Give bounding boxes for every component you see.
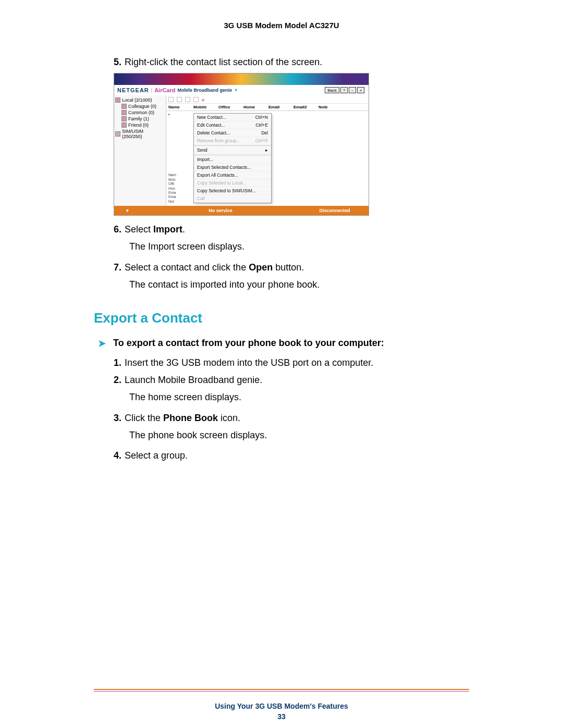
folder-icon [121,110,127,115]
step-text: Select Import. [125,223,469,236]
step-b3: 3. Click the Phone Book icon. [94,412,469,425]
new-icon[interactable] [168,97,174,102]
step-text: Select a group. [125,449,469,462]
step-number: 7. [94,261,121,274]
step-number: 5. [94,56,121,69]
tree-item[interactable]: Colleague (0) [121,103,165,109]
mail-icon[interactable] [193,97,199,102]
step-b1: 1. Insert the 3G USB modem into the USB … [94,356,469,369]
ctx-export-selected[interactable]: Export Selected Contacts... [194,164,271,171]
ctx-send[interactable]: Send▸ [194,146,271,154]
ctx-copy-local: Copy Selected to Local... [194,179,271,187]
step-text: Insert the 3G USB modem into the USB por… [125,356,469,369]
section-heading: Export a Contact [94,310,469,326]
ctx-call: Call [194,195,271,203]
ctx-edit-contact[interactable]: Edit Contact...Ctrl+E [194,121,271,129]
step-text: Launch Mobile Broadband genie. [125,374,469,387]
step-b2-result: The home screen displays. [129,391,469,404]
toolbar: ⌕ [166,95,369,104]
step-7: 7. Select a contact and click the Open b… [94,261,469,274]
tree-item[interactable]: Family (1) [121,116,165,122]
sim-icon [115,131,120,137]
signal-icon: ▾ [114,208,140,213]
tree-item[interactable]: Friend (0) [121,122,165,128]
step-number: 1. [94,356,121,369]
window-titlebar [114,73,369,85]
step-5: 5. Right-click the contact list section … [94,56,469,69]
detail-panel: Nam Mob Offi Hon Ema Ema Not [168,173,176,204]
status-bar: ▾ No service Disconnected [114,206,369,215]
step-number: 2. [94,374,121,387]
ctx-export-all[interactable]: Export All Contacts... [194,171,271,179]
group-tree[interactable]: Local (2/1000) Colleague (0) Common (0) … [114,95,166,206]
doc-icon[interactable] [185,97,190,102]
manual-page: 3G USB Modem Model AC327U 5. Right-click… [0,0,563,728]
step-text: Right-click the contact list section of … [125,56,469,69]
status-connection: Disconnected [301,208,369,213]
folder-icon [121,104,127,109]
ctx-delete-contact[interactable]: Delete Contact...Del [194,129,271,137]
close-button[interactable]: × [357,87,364,93]
step-6: 6. Select Import. [94,223,469,236]
minimize-button[interactable]: – [349,87,356,93]
status-service: No service [140,208,301,213]
edit-icon[interactable] [177,97,182,102]
step-b2: 2. Launch Mobile Broadband genie. [94,374,469,387]
step-number: 6. [94,223,121,236]
footer-rule [94,689,469,692]
brand-tagline: Mobile Broadband genie [177,88,232,93]
step-text: Select a contact and click the Open butt… [125,261,469,274]
step-7-result: The contact is imported into your phone … [129,278,469,291]
footer-chapter: Using Your 3G USB Modem's Features [0,702,563,710]
step-6-result: The Import screen displays. [129,240,469,253]
folder-icon [115,97,120,103]
step-b3-result: The phone book screen displays. [129,429,469,442]
help-button[interactable]: ? [340,87,348,93]
step-number: 4. [94,449,121,462]
task-intro: ➤ To export a contact from your phone bo… [94,338,469,349]
step-b4: 4. Select a group. [94,449,469,462]
ctx-remove-group: Remove from group...Ctrl+R [194,137,271,145]
ctx-import[interactable]: Import... [194,156,271,164]
back-button[interactable]: Back [325,87,339,93]
task-text: To export a contact from your phone book… [113,338,384,349]
folder-icon [121,116,127,121]
ctx-copy-sim[interactable]: Copy Selected to SIM/USIM... [194,187,271,195]
ctx-new-contact[interactable]: New Contact...Ctrl+N [194,114,271,121]
footer-page-number: 33 [0,712,563,721]
brand-row: NETGEAR | AirCard Mobile Broadband genie… [114,85,369,95]
search-icon[interactable]: ⌕ [202,97,204,102]
contact-list-panel[interactable]: ⌕ NameMobileOfficeHomeEmailEmail2Note ▪ … [166,95,369,206]
brand-aircard: AirCard [154,87,175,93]
product-header: 3G USB Modem Model AC327U [94,21,469,30]
column-headers: NameMobileOfficeHomeEmailEmail2Note [166,104,369,111]
step-text: Click the Phone Book icon. [125,412,469,425]
tree-item[interactable]: Common (0) [121,109,165,116]
tree-sim[interactable]: SIM/USIM (250/250) [115,128,165,140]
brand-netgear: NETGEAR [117,87,149,93]
app-screenshot: NETGEAR | AirCard Mobile Broadband genie… [114,73,369,216]
tree-root[interactable]: Local (2/1000) [115,97,165,103]
task-arrow-icon: ➤ [98,338,106,349]
folder-icon [121,122,127,128]
context-menu: New Contact...Ctrl+N Edit Contact...Ctrl… [193,113,272,203]
genie-star-icon: ✦ [234,88,238,93]
step-number: 3. [94,412,121,425]
